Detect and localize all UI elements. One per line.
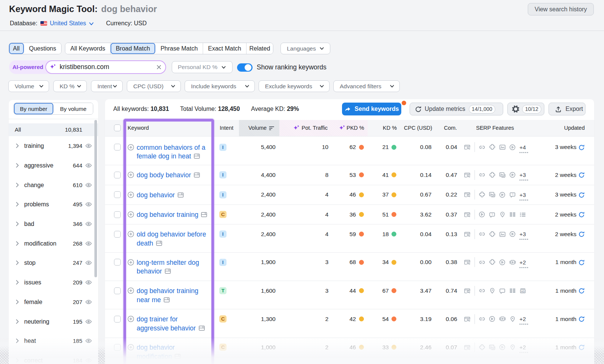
svg-text:AD: AD bbox=[521, 290, 525, 292]
svg-text:?: ? bbox=[491, 212, 493, 216]
svg-text:?: ? bbox=[512, 193, 513, 196]
